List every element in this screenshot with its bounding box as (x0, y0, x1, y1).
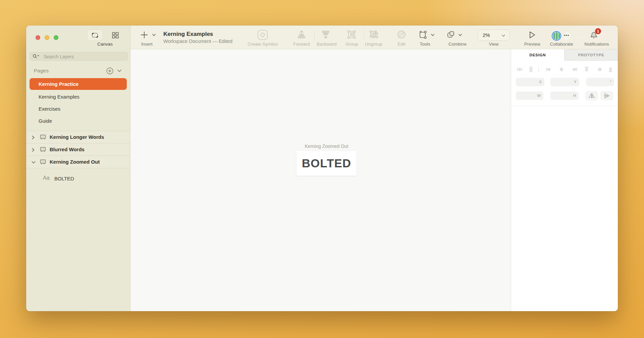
preview-label[interactable]: Preview (519, 42, 546, 47)
artboard-title-label[interactable]: Kerning Zoomed Out (297, 144, 357, 149)
x-field-label: X (539, 80, 542, 84)
height-field: H (550, 92, 579, 100)
artboard-icon (40, 134, 46, 140)
width-field: W (516, 92, 543, 100)
backward-label: Backward (312, 42, 342, 47)
tools-label[interactable]: Tools (415, 42, 435, 47)
x-position-field: X (516, 78, 544, 86)
page-label: Kerning Examples (39, 94, 79, 100)
page-item-guide[interactable]: Guide (30, 115, 127, 127)
notifications-label[interactable]: Notifications (580, 42, 613, 47)
avatar-image (553, 32, 560, 40)
group-icon (347, 30, 356, 39)
page-label: Kerning Practice (39, 81, 78, 87)
notification-badge: 1 (595, 28, 601, 34)
canvas-view-label: Canvas (85, 42, 125, 47)
pages-header: Pages (34, 68, 49, 74)
search-input[interactable] (43, 52, 125, 61)
desktop-background: Canvas Pages Kerning Practice Kerning Ex… (0, 0, 644, 338)
inspector-panel: DESIGN PROTOTYPE (511, 49, 618, 311)
artboard-icon (40, 159, 46, 165)
chevron-down-icon (501, 34, 505, 37)
search-icon (32, 54, 41, 59)
toolbar-separator (314, 31, 315, 40)
rotation-field: ° (586, 78, 614, 86)
layer-name: BOLTED (54, 176, 74, 181)
minimize-button[interactable] (45, 35, 49, 40)
tools-icon[interactable] (418, 30, 428, 40)
rotation-field-label: ° (610, 80, 611, 84)
artboard-name: Blurred Words (50, 147, 85, 152)
layer-row-bolted-text[interactable]: Aa BOLTED (26, 173, 130, 184)
align-bottom-icon (608, 67, 613, 72)
search-field[interactable] (30, 52, 128, 61)
artboard-row-kerning-longer-words[interactable]: Kerning Longer Words (26, 131, 130, 143)
page-label: Guide (39, 118, 52, 124)
forward-label: Forward (288, 42, 315, 47)
insert-label[interactable]: Insert (135, 42, 159, 47)
toolbar-separator (364, 31, 364, 40)
combine-icon[interactable] (446, 30, 455, 39)
artboard-row-blurred-words[interactable]: Blurred Words (26, 143, 130, 156)
height-field-label: H (573, 94, 576, 98)
align-right-icon (572, 67, 577, 72)
edit-label: Edit (391, 42, 412, 47)
chevron-down-icon[interactable] (32, 161, 36, 164)
flip-vertical-button (600, 91, 613, 100)
align-left-icon (546, 67, 551, 72)
align-top-icon (584, 67, 589, 72)
components-view-button[interactable] (111, 31, 119, 39)
document-subtitle: Workspace Document — Edited (163, 39, 232, 44)
collaborator-avatar[interactable] (552, 31, 561, 41)
preview-play-icon[interactable] (528, 31, 536, 39)
zoom-level-dropdown[interactable]: 2% (478, 30, 510, 41)
zoom-level-value: 2% (483, 32, 490, 38)
move-backward-icon (321, 30, 331, 40)
align-middle-vertically-icon (597, 67, 602, 72)
page-item-kerning-practice[interactable]: Kerning Practice (30, 78, 127, 90)
close-button[interactable] (36, 35, 40, 40)
chevron-right-icon[interactable] (32, 135, 35, 139)
pages-collapse-chevron-icon[interactable] (117, 69, 122, 72)
tab-prototype[interactable]: PROTOTYPE (564, 49, 618, 61)
create-symbol-icon (257, 29, 268, 41)
page-item-exercises[interactable]: Exercises (30, 103, 127, 115)
sidebar: Canvas Pages Kerning Practice Kerning Ex… (26, 25, 130, 311)
add-page-button[interactable] (106, 67, 113, 74)
artboard-row-kerning-zoomed-out[interactable]: Kerning Zoomed Out (26, 156, 130, 168)
ungroup-icon (369, 30, 379, 39)
tab-design[interactable]: DESIGN (511, 49, 564, 61)
ungroup-label: Ungroup (360, 42, 387, 47)
y-position-field: Y (550, 78, 579, 86)
y-field-label: Y (574, 80, 577, 84)
insert-chevron-icon[interactable] (152, 34, 156, 37)
collaborate-more-icon[interactable]: ••• (562, 32, 571, 40)
inspector-tabbar: DESIGN PROTOTYPE (511, 49, 618, 61)
distribute-horizontally-icon (517, 67, 522, 72)
distribute-vertically-icon (528, 67, 534, 72)
insert-plus-icon[interactable] (140, 31, 149, 39)
text-layer-icon: Aa (43, 175, 50, 181)
tools-chevron-icon[interactable] (431, 34, 435, 37)
combine-label[interactable]: Combine (444, 42, 471, 47)
artboard-name: Kerning Longer Words (50, 134, 104, 140)
bolted-text-layer[interactable]: BOLTED (297, 157, 357, 170)
page-item-kerning-examples[interactable]: Kerning Examples (30, 91, 127, 103)
artboard-icon (40, 147, 46, 153)
zoom-button[interactable] (54, 35, 58, 40)
document-title: Kerning Examples (163, 31, 213, 38)
combine-chevron-icon[interactable] (458, 34, 462, 37)
flip-horizontal-button (585, 91, 598, 100)
artboard-kerning-zoomed-out[interactable]: BOLTED (297, 151, 357, 176)
chevron-right-icon[interactable] (32, 148, 35, 152)
align-center-horizontally-icon (559, 67, 564, 72)
toolbar: Insert Kerning Examples Workspace Docume… (130, 25, 618, 49)
edit-pencil-icon (397, 30, 406, 39)
move-forward-icon (297, 30, 307, 40)
collaborate-label[interactable]: Collaborate (546, 42, 577, 47)
sketch-app-window: Canvas Pages Kerning Practice Kerning Ex… (26, 25, 618, 311)
canvas[interactable]: Kerning Zoomed Out BOLTED (130, 49, 511, 311)
page-label: Exercises (39, 106, 60, 112)
width-field-label: W (537, 94, 541, 98)
view-label: View (482, 42, 505, 47)
